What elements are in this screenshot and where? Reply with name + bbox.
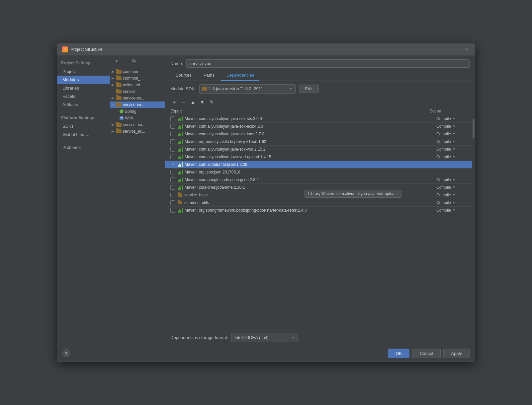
tree-add-button[interactable]: + — [113, 57, 120, 65]
tree-item-common[interactable]: ▶ common — [110, 68, 165, 75]
tree-toolbar: + − ⎘ — [110, 55, 165, 67]
sdk-select[interactable]: 1.8 java version "1.8.0_291" ▼ — [199, 84, 296, 94]
dep-checkbox-6[interactable] — [170, 155, 175, 159]
sidebar-item-facets[interactable]: Facets — [57, 92, 110, 101]
dep-remove-button[interactable]: − — [180, 98, 188, 106]
title-bar: J Project Structure × — [57, 44, 475, 55]
dep-name-5: Maven: com.aliyun:aliyun-java-sdk-vod:2.… — [185, 147, 436, 152]
dep-row-8[interactable]: Maven: org.json:json:20170516 — [165, 169, 475, 176]
dep-scope-9: Compile▼ — [436, 177, 470, 182]
dep-checkbox-1[interactable] — [170, 116, 175, 121]
scrollbar-thumb[interactable] — [473, 118, 475, 138]
sidebar-item-artifacts[interactable]: Artifacts — [57, 101, 110, 109]
tab-sources[interactable]: Sources — [170, 70, 197, 81]
dep-row-3[interactable]: Maven: com.aliyun:aliyun-java-sdk-kms:2.… — [165, 130, 475, 138]
dep-row-2[interactable]: Maven: com.aliyun:aliyun-java-sdk-ecs:4.… — [165, 123, 475, 130]
col-scope-header: Scope — [430, 109, 470, 113]
cancel-button[interactable]: Cancel — [412, 349, 441, 358]
dep-checkbox-3[interactable] — [170, 132, 175, 136]
format-label: Dependencies storage format: — [170, 335, 228, 340]
tree-item-spring[interactable]: Spring — [110, 108, 165, 115]
dep-checkbox-13[interactable] — [170, 208, 175, 213]
tab-dependencies[interactable]: Dependencies — [221, 70, 259, 81]
dep-checkbox-4[interactable] — [170, 139, 175, 144]
help-button[interactable]: ? — [62, 349, 70, 357]
tree-item-service-vod[interactable]: ▼ service-vo... — [110, 101, 165, 108]
dep-row-4[interactable]: Maven: org.bouncycastle:bcprov-jdk15on:1… — [165, 138, 475, 146]
dialog-title: Project Structure — [70, 47, 103, 52]
sidebar-item-sdks[interactable]: SDKs — [57, 122, 110, 130]
dep-name-10: Maven: joda-time:joda-time:2.10.1 — [185, 185, 436, 190]
dep-row-7[interactable]: ✓ Maven: com.alibaba:fastjson:1.2.28 — [165, 161, 475, 169]
dep-scope-3: Compile▼ — [436, 132, 470, 136]
deps-toolbar: + − ▲ ▼ ✎ — [165, 97, 475, 107]
tree-item-common2[interactable]: ▶ common_... — [110, 75, 165, 82]
ok-button[interactable]: OK — [388, 349, 409, 358]
dep-row-5[interactable]: Maven: com.aliyun:aliyun-java-sdk-vod:2.… — [165, 146, 475, 153]
maven-icon-9 — [178, 177, 183, 182]
dep-scope-6: Compile▼ — [436, 155, 470, 159]
dependencies-table: Maven: com.aliyun:aliyun-java-sdk-sts:3.… — [165, 115, 475, 330]
dep-checkbox-9[interactable] — [170, 177, 175, 182]
dep-row-10[interactable]: Maven: joda-time:joda-time:2.10.1 Compil… — [165, 184, 475, 191]
dep-row-6[interactable]: Maven: com.aliyun:aliyun-java-vod-upload… — [165, 153, 475, 161]
tree-item-service-ec[interactable]: ▶ service_ec... — [110, 128, 165, 135]
folder-icon — [116, 90, 122, 94]
sidebar-item-problems[interactable]: Problems — [57, 143, 110, 152]
dep-checkbox-2[interactable] — [170, 124, 175, 129]
sidebar-item-global-libs[interactable]: Global Libra... — [57, 130, 110, 139]
footer: ? OK Cancel Apply — [57, 345, 475, 362]
dep-down-button[interactable]: ▼ — [198, 98, 206, 106]
tree-remove-button[interactable]: − — [122, 57, 129, 65]
col-export-header: Export — [170, 109, 194, 113]
dep-checkbox-10[interactable] — [170, 185, 175, 190]
sdk-edit-button[interactable]: Edit — [299, 85, 319, 93]
dep-checkbox-8[interactable] — [170, 170, 175, 174]
dep-up-button[interactable]: ▲ — [189, 98, 197, 106]
close-button[interactable]: × — [465, 47, 470, 52]
scope-arrow-icon: ▼ — [452, 124, 456, 128]
tree-copy-button[interactable]: ⎘ — [130, 57, 137, 65]
tree-item-web[interactable]: W Web — [110, 115, 165, 121]
sdk-folder-icon — [202, 87, 207, 91]
dep-edit-button[interactable]: ✎ — [208, 98, 216, 106]
dep-row-12[interactable]: common_utils Compile▼ — [165, 199, 475, 207]
dep-row-13[interactable]: Maven: org.springframework.boot:spring-b… — [165, 207, 475, 214]
name-label: Name: — [170, 61, 183, 66]
tab-paths[interactable]: Paths — [198, 70, 220, 81]
dep-row-9[interactable]: Maven: com.google.code.gson:gson:2.8.2 C… — [165, 176, 475, 184]
tree-arrow-expand-icon: ▼ — [112, 103, 116, 106]
scrollbar[interactable] — [472, 115, 475, 330]
table-header: Export Scope — [165, 107, 475, 115]
dep-scope-2: Compile▼ — [436, 124, 470, 129]
sdk-dropdown-arrow-icon: ▼ — [289, 87, 293, 91]
dep-scope-11: Compile▼ — [436, 193, 470, 197]
dep-add-button[interactable]: + — [170, 98, 178, 106]
dep-checkbox-5[interactable] — [170, 147, 175, 152]
name-input[interactable] — [186, 59, 470, 68]
folder-icon — [116, 83, 122, 87]
folder-icon — [116, 123, 122, 127]
format-select[interactable]: IntelliJ IDEA (.iml) ▼ — [231, 333, 298, 342]
dep-name-4: Maven: org.bouncycastle:bcprov-jdk15on:1… — [185, 139, 436, 144]
scope-arrow-icon: ▼ — [452, 185, 456, 189]
sidebar-item-modules[interactable]: Modules — [57, 76, 110, 84]
dep-row-1[interactable]: Maven: com.aliyun:aliyun-java-sdk-sts:3.… — [165, 115, 475, 123]
tree-item-service-os[interactable]: ▶ service-os... — [110, 95, 165, 101]
tree-arrow-icon: ▶ — [112, 96, 116, 100]
apply-button[interactable]: Apply — [443, 349, 470, 358]
dep-checkbox-11[interactable] — [170, 193, 175, 197]
dep-row-11[interactable]: service_base Compile▼ — [165, 191, 475, 199]
tree-item-service[interactable]: ▶ service — [110, 88, 165, 95]
tree-item-online-ed[interactable]: ▶ online_ed... — [110, 82, 165, 88]
sdk-value: 1.8 java version "1.8.0_291" — [209, 86, 263, 91]
dep-checkbox-12[interactable] — [170, 200, 175, 205]
sidebar-item-project[interactable]: Project — [57, 67, 110, 76]
folder-dep-icon-12 — [178, 201, 182, 204]
tree-item-service-ba[interactable]: ▶ service_ba... — [110, 121, 165, 128]
maven-icon-2 — [178, 124, 183, 129]
dep-checkbox-7[interactable]: ✓ — [170, 162, 175, 167]
sidebar-item-libraries[interactable]: Libraries — [57, 84, 110, 92]
module-name-row: Name: — [165, 55, 475, 70]
dep-name-13: Maven: org.springframework.boot:spring-b… — [185, 208, 436, 213]
